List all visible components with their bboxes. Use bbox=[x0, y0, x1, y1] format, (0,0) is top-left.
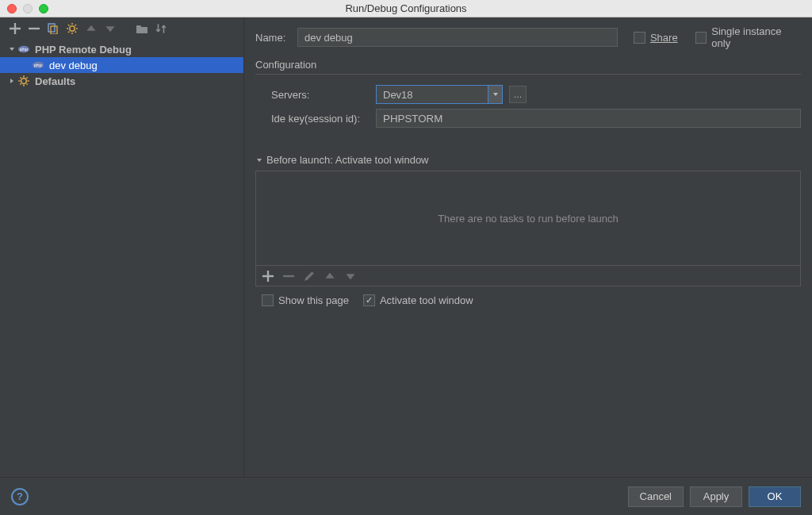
tree-item-dev-debug[interactable]: php dev debug bbox=[0, 57, 243, 73]
tree-label: PHP Remote Debug bbox=[35, 44, 132, 56]
svg-text:php: php bbox=[20, 47, 29, 52]
chevron-down-icon bbox=[488, 86, 502, 103]
name-row: Name: Share Single instance only bbox=[255, 25, 801, 49]
svg-text:php: php bbox=[34, 63, 43, 67]
move-down-icon bbox=[345, 271, 356, 282]
show-this-page-checkbox[interactable] bbox=[262, 294, 274, 306]
configuration-group-title: Configuration bbox=[255, 59, 801, 71]
name-label: Name: bbox=[255, 32, 289, 44]
help-icon[interactable]: ? bbox=[11, 488, 29, 505]
before-launch-title: Before launch: Activate tool window bbox=[266, 154, 429, 166]
before-launch-header[interactable]: Before launch: Activate tool window bbox=[255, 154, 801, 166]
settings-icon[interactable] bbox=[67, 23, 78, 34]
configurations-tree[interactable]: php PHP Remote Debug php dev debug Defau… bbox=[0, 40, 243, 477]
servers-row: Servers: Dev18 … bbox=[271, 83, 801, 106]
titlebar: Run/Debug Configurations bbox=[0, 0, 812, 17]
idekey-label: Ide key(session id): bbox=[271, 113, 370, 125]
folder-icon[interactable] bbox=[136, 23, 147, 34]
servers-browse-button[interactable]: … bbox=[509, 86, 527, 103]
chevron-down-icon bbox=[255, 156, 263, 164]
remove-icon bbox=[283, 271, 294, 282]
svg-point-3 bbox=[70, 26, 75, 31]
name-input[interactable] bbox=[297, 28, 618, 47]
php-remote-debug-icon: php bbox=[32, 59, 44, 71]
move-up-icon bbox=[324, 271, 335, 282]
svg-rect-1 bbox=[48, 24, 55, 32]
svg-rect-9 bbox=[283, 275, 294, 276]
idekey-row: Ide key(session id): bbox=[271, 106, 801, 130]
configurations-sidebar: php PHP Remote Debug php dev debug Defau… bbox=[0, 17, 244, 477]
activate-tool-window-label: Activate tool window bbox=[380, 294, 473, 306]
tree-label: dev debug bbox=[49, 60, 98, 71]
move-up-icon[interactable] bbox=[86, 23, 97, 34]
apply-button[interactable]: Apply bbox=[690, 486, 742, 507]
svg-rect-2 bbox=[51, 26, 57, 34]
tree-category-php-remote-debug[interactable]: php PHP Remote Debug bbox=[0, 41, 243, 57]
tree-category-defaults[interactable]: Defaults bbox=[0, 73, 243, 89]
edit-icon bbox=[304, 271, 315, 282]
before-launch-toolbar bbox=[255, 266, 801, 286]
sidebar-toolbar bbox=[0, 17, 243, 40]
share-checkbox[interactable] bbox=[634, 32, 645, 44]
divider bbox=[255, 74, 801, 75]
tree-label: Defaults bbox=[35, 75, 75, 87]
remove-icon[interactable] bbox=[29, 23, 40, 34]
window-title: Run/Debug Configurations bbox=[0, 2, 812, 14]
show-this-page-label: Show this page bbox=[278, 294, 349, 306]
share-label: Share bbox=[650, 32, 678, 44]
svg-rect-0 bbox=[29, 28, 40, 29]
zoom-window-button[interactable] bbox=[39, 4, 48, 13]
before-launch-empty-text: There are no tasks to run before launch bbox=[438, 213, 619, 225]
copy-icon[interactable] bbox=[48, 23, 59, 34]
cancel-button[interactable]: Cancel bbox=[628, 486, 684, 507]
close-window-button[interactable] bbox=[7, 4, 17, 13]
before-launch-tasks-list[interactable]: There are no tasks to run before launch bbox=[255, 171, 801, 266]
idekey-input[interactable] bbox=[376, 109, 801, 128]
svg-point-8 bbox=[21, 79, 27, 84]
servers-label: Servers: bbox=[271, 89, 370, 101]
minimize-window-button bbox=[23, 4, 33, 13]
add-icon[interactable] bbox=[262, 271, 274, 282]
php-remote-debug-icon: php bbox=[17, 43, 30, 56]
add-icon[interactable] bbox=[10, 23, 21, 34]
move-down-icon[interactable] bbox=[105, 23, 116, 34]
single-instance-label: Single instance only bbox=[711, 25, 801, 49]
defaults-icon bbox=[17, 75, 30, 87]
sort-icon[interactable] bbox=[155, 23, 167, 34]
chevron-down-icon bbox=[8, 45, 16, 53]
servers-select[interactable]: Dev18 bbox=[376, 85, 503, 104]
chevron-right-icon bbox=[8, 77, 16, 85]
activate-tool-window-checkbox[interactable] bbox=[363, 294, 375, 306]
servers-select-value: Dev18 bbox=[383, 89, 413, 101]
dialog-footer: ? Cancel Apply OK bbox=[0, 477, 812, 515]
single-instance-checkbox[interactable] bbox=[695, 32, 707, 44]
ok-button[interactable]: OK bbox=[749, 486, 801, 507]
